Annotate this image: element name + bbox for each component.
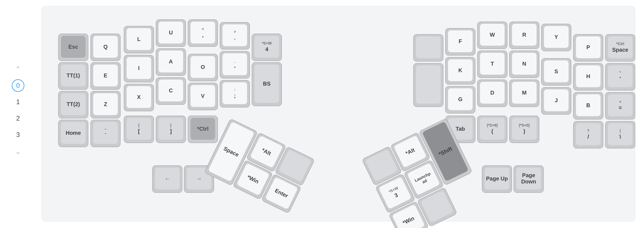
key-main: Page Up [486, 176, 508, 182]
layer-item-3[interactable]: 3 [12, 128, 24, 141]
key-l-i[interactable]: I [124, 55, 154, 82]
key-r-quote[interactable]: "' [605, 63, 635, 90]
chevron-down-icon[interactable]: ⌃ [13, 146, 23, 156]
layer-item-0[interactable]: 0 [12, 79, 24, 92]
key-r-bksl[interactable]: |\ [605, 121, 635, 148]
key-main: G [458, 96, 462, 103]
key-sup: (*S+0) [519, 123, 530, 127]
key-main: Space [223, 145, 240, 158]
key-r-d[interactable]: D [477, 80, 507, 107]
key-r-lpar[interactable]: (*S+9)( [477, 116, 507, 143]
key-sup: > [234, 30, 236, 34]
key-main: M [522, 90, 527, 96]
key-main: T [491, 61, 494, 67]
key-main: BS [263, 81, 271, 87]
key-r-w[interactable]: W [477, 22, 507, 49]
key-r-h[interactable]: H [573, 63, 603, 90]
key-main: *Alt [261, 147, 272, 157]
key-l-tick[interactable]: ~` [90, 120, 121, 147]
key-main: C [169, 87, 173, 94]
key-l-colon[interactable]: :; [220, 80, 250, 107]
key-l-tt1[interactable]: TT(1) [58, 62, 88, 90]
key-r-y[interactable]: Y [541, 24, 571, 51]
key-main: ; [234, 93, 236, 99]
key-main: D [490, 90, 494, 96]
layer-item-2[interactable]: 2 [12, 112, 24, 125]
key-main: U [169, 30, 173, 36]
key-r-slash[interactable]: ?/ [573, 121, 603, 148]
key-l-tt2[interactable]: TT(2) [58, 91, 88, 118]
key-main: J [555, 97, 558, 104]
key-r-f[interactable]: F [445, 28, 475, 55]
key-l-esc[interactable]: Esc [58, 34, 88, 61]
key-r-j[interactable]: J [541, 87, 571, 115]
key-l-a[interactable]: A [156, 48, 186, 76]
key-main: *Alt [405, 147, 416, 156]
key-main: *Ctrl [197, 126, 209, 132]
key-r-pgdn[interactable]: Page Down [514, 165, 544, 193]
key-l-lbrk[interactable]: {[ [124, 116, 154, 143]
key-l-ctrl[interactable]: *Ctrl [188, 116, 218, 143]
key-main: E [104, 72, 107, 79]
key-r-m[interactable]: M [509, 80, 539, 107]
key-main: Y [554, 34, 558, 40]
key-r-blank2[interactable] [413, 63, 443, 107]
key-r-blank1[interactable] [413, 34, 443, 62]
key-l-q[interactable]: Q [90, 34, 121, 61]
key-main: = [619, 105, 622, 111]
key-main: V [201, 93, 204, 99]
key-r-plus[interactable]: += [605, 92, 635, 119]
key-l-e[interactable]: E [90, 62, 121, 90]
key-main: R [522, 32, 526, 38]
key-main: A [169, 59, 173, 65]
key-l-l[interactable]: L [124, 26, 154, 53]
key-main: *Shift [438, 145, 453, 157]
key-sup: " [619, 71, 621, 75]
key-r-p[interactable]: P [573, 34, 603, 62]
key-l-dash[interactable]: _- [220, 51, 250, 78]
key-r-r[interactable]: R [509, 22, 539, 49]
key-sup: : [234, 87, 236, 92]
key-main: Enter [274, 187, 289, 199]
key-main: ' [620, 76, 621, 82]
key-main: Esc [68, 44, 78, 50]
key-r-n[interactable]: N [509, 51, 539, 78]
key-l-o[interactable]: O [188, 54, 218, 81]
key-l-z[interactable]: Z [90, 91, 121, 118]
key-sup: *Ctrl [616, 42, 624, 46]
layer-item-1[interactable]: 1 [12, 96, 24, 108]
key-r-ctrlsp[interactable]: *CtrlSpace [605, 34, 635, 62]
key-main: Space [612, 47, 628, 53]
key-sup: + [619, 100, 621, 104]
key-main: ( [491, 128, 493, 135]
key-l-x[interactable]: X [124, 84, 154, 111]
key-l-gt[interactable]: >. [220, 22, 250, 49]
key-l-arrow-l[interactable]: ← [152, 165, 182, 193]
key-r-t[interactable]: T [477, 51, 507, 78]
key-l-v[interactable]: V [188, 83, 218, 110]
key-r-rpar[interactable]: (*S+0)) [509, 116, 539, 143]
key-sup: *S+W [262, 41, 272, 45]
key-sup: ? [587, 128, 590, 133]
key-main: Home [66, 130, 81, 136]
key-l-rbrk[interactable]: }] [156, 116, 186, 143]
key-r-b[interactable]: B [573, 92, 603, 119]
key-l-sw4[interactable]: *S+W4 [252, 34, 282, 61]
key-l-home[interactable]: Home [58, 120, 88, 147]
key-main: [ [138, 128, 140, 135]
key-l-u[interactable]: U [156, 19, 186, 47]
chevron-up-icon[interactable]: ⌃ [13, 64, 23, 74]
key-l-c[interactable]: C [156, 77, 186, 105]
key-main: TT(2) [67, 101, 80, 107]
key-main: X [137, 94, 140, 100]
key-sup: (*S+9) [487, 123, 498, 127]
key-main: Tab [456, 126, 465, 132]
key-r-g[interactable]: G [445, 86, 475, 113]
key-r-s[interactable]: S [541, 58, 571, 86]
key-main: W [490, 32, 495, 38]
key-r-pgup[interactable]: Page Up [482, 165, 512, 193]
key-r-k[interactable]: K [445, 57, 475, 84]
key-l-lt[interactable]: <, [188, 19, 218, 47]
key-main: ] [170, 128, 172, 135]
key-l-bs[interactable]: BS [252, 62, 282, 106]
